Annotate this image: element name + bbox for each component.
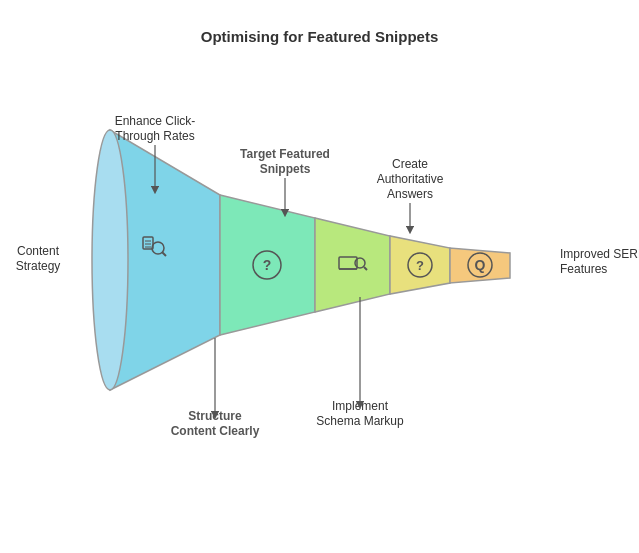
label-structure-2: Content Clearly: [171, 424, 260, 438]
funnel-diagram: ? ? Q Content Strategy Enhance Click- Th…: [0, 0, 639, 553]
label-improved-2: Features: [560, 262, 607, 276]
funnel-mouth-ellipse: [92, 130, 128, 390]
label-target-1: Target Featured: [240, 147, 330, 161]
label-target-2: Snippets: [260, 162, 311, 176]
funnel-section-3: [315, 218, 390, 312]
svg-text:?: ?: [416, 258, 424, 273]
label-implement-2: Schema Markup: [316, 414, 404, 428]
label-create-2: Authoritative: [377, 172, 444, 186]
svg-text:Q: Q: [475, 257, 486, 273]
label-improved-1: Improved SERP: [560, 247, 639, 261]
label-content-strategy: Content: [17, 244, 60, 258]
label-create-3: Answers: [387, 187, 433, 201]
svg-text:?: ?: [263, 257, 272, 273]
main-container: Optimising for Featured Snippets: [0, 0, 639, 553]
svg-text:Strategy: Strategy: [16, 259, 61, 273]
svg-text:Through Rates: Through Rates: [115, 129, 194, 143]
label-create-1: Create: [392, 157, 428, 171]
label-enhance: Enhance Click-: [115, 114, 196, 128]
